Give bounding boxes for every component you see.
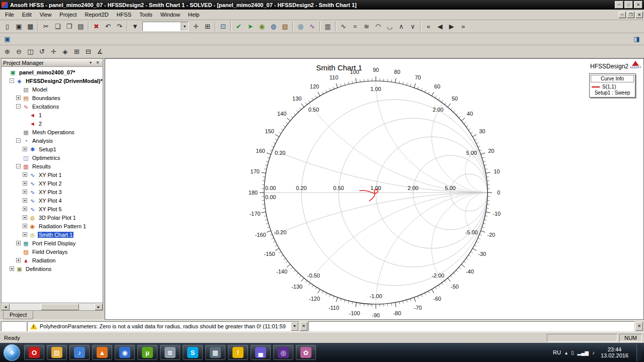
menu-help[interactable]: Help	[184, 10, 204, 19]
message-close-button[interactable]: ✕	[300, 322, 307, 331]
tree-item-mesh-operations[interactable]: ▩Mesh Operations	[2, 128, 103, 136]
paste-button[interactable]: ❒	[63, 21, 75, 32]
battery-icon[interactable]: ▯	[571, 350, 574, 355]
orient-front-button[interactable]: ⊟	[83, 46, 94, 57]
results-button[interactable]: ▧	[279, 21, 291, 32]
menu-hfss[interactable]: HFSS	[113, 10, 135, 19]
taskbar-backup-tool[interactable]: ▄	[251, 345, 271, 360]
taskbar-skype[interactable]: S	[183, 345, 203, 360]
validate-button[interactable]: ✔	[233, 21, 245, 32]
copy-button[interactable]: ❏	[52, 21, 63, 32]
model-window-button[interactable]: ▣	[2, 34, 13, 44]
tree-item-boundaries[interactable]: +▤Boundaries	[2, 94, 103, 102]
taskbar-alert-window[interactable]: !	[228, 345, 248, 360]
project-tree-hscrollbar[interactable]: ◄ ►	[1, 303, 103, 311]
tree-item-xy-plot-1[interactable]: +∿XY Plot 1	[2, 170, 103, 179]
expand-icon[interactable]: +	[16, 241, 21, 245]
menu-edit[interactable]: Edit	[18, 10, 36, 19]
scroll-thumb[interactable]	[41, 304, 79, 310]
taskbar-volume-mixer[interactable]: ♪	[69, 345, 90, 360]
taskbar-calculator[interactable]: ▦	[205, 345, 225, 360]
expand-icon[interactable]: +	[23, 215, 27, 220]
undo-button[interactable]: ↶	[102, 21, 114, 32]
tree-item-results[interactable]: -▥Results	[2, 162, 103, 170]
wave-sine-button[interactable]: ∿	[338, 21, 349, 32]
maximize-button[interactable]: □	[624, 1, 633, 9]
scroll-left-button[interactable]: ◄	[2, 304, 10, 310]
first-page-button[interactable]: «	[423, 21, 434, 32]
collapse-icon[interactable]: -	[16, 138, 21, 143]
network-icon[interactable]: ▂▄▆	[577, 350, 588, 355]
tree-item-smith-chart-1[interactable]: +◎Smith Chart 1	[2, 230, 103, 239]
prev-page-button[interactable]: ◀	[434, 21, 446, 32]
redo-button[interactable]: ↷	[114, 21, 125, 32]
zoom-in-button[interactable]: ⊕	[2, 46, 13, 57]
solution-type-button[interactable]: ⊡	[217, 21, 229, 32]
expand-icon[interactable]: +	[23, 198, 27, 203]
expand-icon[interactable]: +	[23, 224, 27, 228]
tree-item-radiation-pattern-1[interactable]: +◉Radiation Pattern 1	[2, 222, 103, 230]
expand-icon[interactable]: +	[23, 190, 27, 194]
optimetrics-button[interactable]: ◉	[256, 21, 268, 32]
expand-icon[interactable]: +	[23, 147, 27, 151]
expand-icon[interactable]: +	[10, 266, 14, 271]
taskbar-file-explorer[interactable]: ▤	[47, 345, 67, 360]
tree-item-optimetrics[interactable]: ◫Optimetrics	[2, 153, 103, 162]
open-button[interactable]: ▣	[13, 21, 25, 32]
tree-item-setup1[interactable]: +✱Setup1	[2, 145, 103, 153]
dataset-button[interactable]: ▥	[322, 21, 334, 32]
tree-item-xy-plot-2[interactable]: +∿XY Plot 2	[2, 179, 103, 188]
coordinate-system-button[interactable]: ✛	[190, 21, 202, 32]
project-manager-menu-button[interactable]: ▾	[87, 59, 94, 66]
tree-item-2[interactable]: ◄2	[2, 119, 103, 128]
tree-item-xy-plot-5[interactable]: +∿XY Plot 5	[2, 205, 103, 213]
language-indicator[interactable]: RU	[553, 349, 561, 355]
tree-item-excitations[interactable]: -∿Excitations	[2, 102, 103, 111]
tree-item-xy-plot-4[interactable]: +∿XY Plot 4	[2, 196, 103, 205]
taskbar-clock[interactable]: 23:44 13.02.2016	[599, 346, 630, 358]
tree-item-panel-mimo2400-07[interactable]: ▣panel_mimo2400_07*	[2, 68, 103, 76]
taskbar-internet-browser[interactable]: ◉	[115, 345, 135, 360]
cut-button[interactable]: ✂	[40, 21, 52, 32]
wave-arc-up-button[interactable]: ◠	[372, 21, 384, 32]
save-button[interactable]: ▦	[25, 21, 36, 32]
curve-info-legend[interactable]: Curve Info S(1,1) Setup1 : Sweep	[589, 73, 635, 98]
expand-icon[interactable]: +	[23, 232, 27, 237]
orient-iso-button[interactable]: ◈	[59, 46, 71, 57]
show-desktop-button[interactable]	[636, 344, 641, 361]
tree-item-port-field-display[interactable]: +▦Port Field Display	[2, 239, 103, 247]
rotate-view-button[interactable]: ↺	[36, 46, 48, 57]
tree-item-hfssdesign2-drivenmodal[interactable]: -◈HFSSDesign2 (DrivenModal)*	[2, 76, 103, 85]
taskbar-ansys-app[interactable]: ◎	[273, 345, 293, 360]
last-page-button[interactable]: »	[457, 21, 469, 32]
close-button[interactable]: ✕	[634, 1, 642, 9]
tree-item-definitions[interactable]: +▣Definitions	[2, 264, 103, 273]
taskbar-media-player[interactable]: ▲	[92, 345, 112, 360]
wave-double-button[interactable]: ≈	[349, 21, 361, 32]
menu-window[interactable]: Window	[156, 10, 184, 19]
new-button[interactable]: ▯	[2, 21, 13, 32]
expand-icon[interactable]: +	[16, 258, 21, 262]
menu-tools[interactable]: Tools	[135, 10, 156, 19]
message-dropdown-button[interactable]: ▾	[291, 322, 298, 331]
taskbar-notes-app[interactable]: ≋	[160, 345, 180, 360]
tree-item-xy-plot-3[interactable]: +∿XY Plot 3	[2, 188, 103, 196]
zoom-out-button[interactable]: ⊖	[13, 46, 25, 57]
fields-button[interactable]: ◍	[268, 21, 279, 32]
analyze-all-button[interactable]: ➤	[245, 21, 256, 32]
tree-item-1[interactable]: ◄1	[2, 111, 103, 119]
orient-top-button[interactable]: ⊞	[71, 46, 83, 57]
expand-icon[interactable]: +	[23, 172, 27, 177]
selection-combo[interactable]: ▾	[142, 22, 189, 31]
message-pane-close-button[interactable]: ✕	[635, 322, 643, 331]
project-tab[interactable]: Project	[3, 311, 33, 319]
wave-triple-button[interactable]: ≋	[361, 21, 372, 32]
dock-window-button[interactable]: ◨	[631, 34, 642, 44]
mdi-minimize-button[interactable]: ─	[618, 12, 626, 18]
volume-icon[interactable]: ♪	[592, 350, 595, 355]
collapse-icon[interactable]: -	[10, 78, 14, 83]
zoom-tool-button[interactable]: ◎	[295, 21, 306, 32]
hidden-icons-button[interactable]: ▴	[565, 350, 568, 355]
scroll-track[interactable]	[10, 304, 95, 310]
select-mode-button[interactable]: ▼	[129, 21, 141, 32]
